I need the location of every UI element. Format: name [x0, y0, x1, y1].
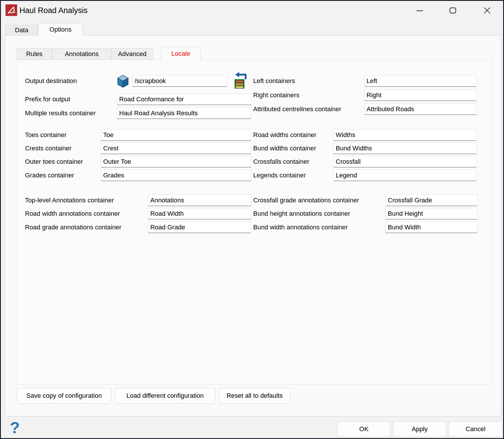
right-containers-input[interactable] [364, 89, 476, 101]
road-grade-annotations-container-input[interactable] [148, 222, 251, 233]
bund-widths-container-label: Bund widths container [253, 143, 316, 154]
prefix-for-output-label: Prefix for output [25, 93, 70, 105]
tab-data[interactable]: Data [5, 25, 38, 35]
output-destination-label: Output destination [25, 75, 77, 87]
subtab-advanced[interactable]: Advanced [111, 48, 153, 60]
subtab-annotations[interactable]: Annotations [52, 48, 111, 60]
road-width-annotations-container-input[interactable] [148, 208, 251, 220]
reset-all-to-defaults-button[interactable]: Reset all to defaults [219, 388, 290, 404]
crossfall-grade-annotations-container-input[interactable] [385, 195, 477, 206]
toes-container-label: Toes container [25, 129, 67, 141]
app-logo-icon [6, 4, 17, 16]
multiple-results-container-label: Multiple results container [25, 107, 96, 119]
crests-container-label: Crests container [25, 143, 72, 154]
bund-height-annotations-container-label: Bund height annotations container [253, 208, 350, 220]
top-level-annotations-container-label: Top-level Annotations container [25, 195, 114, 206]
attributed-centrelines-container-input[interactable] [364, 103, 476, 115]
load-different-configuration-button[interactable]: Load different configuration [115, 388, 215, 404]
multiple-results-container-input[interactable] [117, 107, 251, 119]
top-level-annotations-container-input[interactable] [148, 195, 251, 206]
legends-container-input[interactable] [333, 170, 476, 181]
right-containers-label: Right containers [253, 89, 299, 101]
left-containers-input[interactable] [364, 75, 476, 87]
prefix-for-output-input[interactable] [117, 93, 251, 105]
attributed-centrelines-container-label: Attributed centrelines container [253, 103, 341, 115]
bund-width-annotations-container-input[interactable] [385, 222, 477, 233]
road-grade-annotations-container-label: Road grade annotations container [25, 222, 121, 233]
haul-road-analysis-dialog: Haul Road Analysis Data Options Rules An… [0, 0, 504, 439]
outer-toes-container-label: Outer toes container [25, 156, 83, 168]
crests-container-input[interactable] [101, 143, 251, 154]
question-mark-icon: ? [10, 418, 20, 437]
cube-icon [117, 75, 129, 88]
crossfalls-container-input[interactable] [333, 156, 476, 168]
crossfall-grade-annotations-container-label: Crossfall grade annotations container [253, 195, 359, 206]
close-icon [484, 7, 491, 14]
titlebar[interactable]: Haul Road Analysis [1, 1, 503, 20]
road-width-annotations-container-label: Road width annotations container [25, 208, 120, 220]
toes-container-input[interactable] [101, 129, 251, 141]
close-button[interactable] [479, 3, 496, 18]
left-containers-label: Left containers [253, 75, 295, 87]
maximize-icon [449, 7, 456, 14]
bund-widths-container-input[interactable] [333, 143, 476, 154]
subtab-locale[interactable]: Locale [161, 47, 201, 60]
legends-container-label: Legends container [253, 170, 306, 181]
minimize-icon [416, 7, 423, 14]
grades-container-input[interactable] [101, 170, 251, 181]
road-widths-container-label: Road widths container [253, 129, 317, 141]
grades-container-label: Grades container [25, 170, 74, 181]
bund-height-annotations-container-input[interactable] [385, 208, 477, 220]
outer-toes-container-input[interactable] [101, 156, 251, 168]
window-title: Haul Road Analysis [19, 1, 87, 20]
drop-into-container-icon[interactable] [233, 72, 249, 89]
cancel-button[interactable]: Cancel [449, 421, 502, 437]
crossfalls-container-label: Crossfalls container [253, 156, 309, 168]
road-widths-container-input[interactable] [333, 129, 476, 141]
bund-width-annotations-container-label: Bund width annotations container [253, 222, 348, 233]
tab-options[interactable]: Options [38, 23, 83, 35]
ok-button[interactable]: OK [337, 421, 391, 437]
output-destination-input[interactable] [132, 75, 227, 87]
minimize-button[interactable] [411, 3, 428, 18]
subtab-rules[interactable]: Rules [17, 48, 52, 60]
apply-button[interactable]: Apply [393, 421, 446, 437]
maximize-button[interactable] [444, 3, 461, 18]
save-copy-of-configuration-button[interactable]: Save copy of configuration [17, 388, 111, 404]
help-button[interactable]: ? [8, 419, 22, 436]
